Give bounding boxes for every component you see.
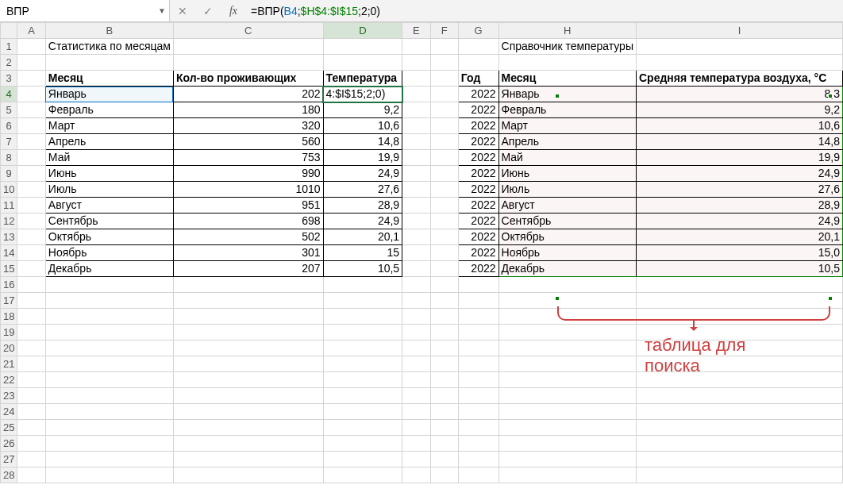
cell-B6[interactable]: Март <box>45 118 173 134</box>
cell-G8[interactable]: 2022 <box>458 150 498 166</box>
cell-A20[interactable] <box>17 340 46 356</box>
cell-D22[interactable] <box>323 372 402 388</box>
cell-D23[interactable] <box>323 388 402 404</box>
cell-B22[interactable] <box>45 372 173 388</box>
cell-D3[interactable]: Температура <box>323 71 402 87</box>
row-header-4[interactable]: 4 <box>1 87 17 102</box>
range-handle-tr[interactable] <box>828 94 833 98</box>
row-header-1[interactable]: 1 <box>1 39 17 55</box>
cell-B25[interactable] <box>45 420 173 436</box>
row-header-11[interactable]: 11 <box>1 198 17 214</box>
row-header-10[interactable]: 10 <box>1 182 17 198</box>
worksheet[interactable]: ABCDEFGHI 1Статистика по месяцамСправочн… <box>0 22 843 483</box>
row-header-3[interactable]: 3 <box>1 71 17 87</box>
cell-G2[interactable] <box>458 55 498 71</box>
cell-E26[interactable] <box>402 436 431 452</box>
cell-H21[interactable] <box>498 356 636 372</box>
cell-G20[interactable] <box>458 340 498 356</box>
cell-C24[interactable] <box>173 404 323 420</box>
cell-I21[interactable] <box>636 356 842 372</box>
cell-D11[interactable]: 28,9 <box>323 198 402 214</box>
cell-C6[interactable]: 320 <box>173 118 323 134</box>
cell-C27[interactable] <box>173 452 323 467</box>
row-header-28[interactable]: 28 <box>1 467 17 483</box>
cell-E25[interactable] <box>402 420 431 436</box>
cell-G13[interactable]: 2022 <box>458 229 498 245</box>
cell-B3[interactable]: Месяц <box>45 71 173 87</box>
cell-B15[interactable]: Декабрь <box>45 261 173 277</box>
cell-C7[interactable]: 560 <box>173 134 323 150</box>
cell-I2[interactable] <box>636 55 842 71</box>
col-header-G[interactable]: G <box>458 23 498 39</box>
cell-H23[interactable] <box>498 388 636 404</box>
cell-G24[interactable] <box>458 404 498 420</box>
cell-G22[interactable] <box>458 372 498 388</box>
cell-A21[interactable] <box>17 356 46 372</box>
cell-H5[interactable]: Февраль <box>498 102 636 118</box>
cell-D26[interactable] <box>323 436 402 452</box>
cell-A1[interactable] <box>17 39 46 55</box>
cell-I15[interactable]: 10,5 <box>636 261 842 277</box>
cell-A18[interactable] <box>17 309 46 325</box>
cell-I26[interactable] <box>636 436 842 452</box>
cell-H1[interactable]: Справочник температуры <box>498 39 636 55</box>
cell-D9[interactable]: 24,9 <box>323 166 402 182</box>
cell-B10[interactable]: Июль <box>45 182 173 198</box>
name-box[interactable] <box>0 0 155 21</box>
row-header-27[interactable]: 27 <box>1 452 17 467</box>
row-header-9[interactable]: 9 <box>1 166 17 182</box>
row-header-12[interactable]: 12 <box>1 214 17 229</box>
cell-D16[interactable] <box>323 277 402 293</box>
cell-C22[interactable] <box>173 372 323 388</box>
cell-H19[interactable] <box>498 325 636 340</box>
cell-H17[interactable] <box>498 293 636 309</box>
cell-H18[interactable] <box>498 309 636 325</box>
cell-E13[interactable] <box>402 229 431 245</box>
cell-A27[interactable] <box>17 452 46 467</box>
cell-E18[interactable] <box>402 309 431 325</box>
cell-B11[interactable]: Август <box>45 198 173 214</box>
cell-I12[interactable]: 24,9 <box>636 214 842 229</box>
cell-E14[interactable] <box>402 245 431 261</box>
cell-C13[interactable]: 502 <box>173 229 323 245</box>
cell-H11[interactable]: Август <box>498 198 636 214</box>
cell-D13[interactable]: 20,1 <box>323 229 402 245</box>
cell-C8[interactable]: 753 <box>173 150 323 166</box>
row-header-7[interactable]: 7 <box>1 134 17 150</box>
cell-A6[interactable] <box>17 118 46 134</box>
cell-H20[interactable] <box>498 340 636 356</box>
cell-G17[interactable] <box>458 293 498 309</box>
cell-B26[interactable] <box>45 436 173 452</box>
col-header-H[interactable]: H <box>498 23 636 39</box>
cell-I19[interactable] <box>636 325 842 340</box>
row-header-22[interactable]: 22 <box>1 372 17 388</box>
cell-I9[interactable]: 24,9 <box>636 166 842 182</box>
col-header-E[interactable]: E <box>402 23 431 39</box>
row-header-26[interactable]: 26 <box>1 436 17 452</box>
cell-C5[interactable]: 180 <box>173 102 323 118</box>
cell-B18[interactable] <box>45 309 173 325</box>
cell-G4[interactable]: 2022 <box>458 87 498 102</box>
cell-A15[interactable] <box>17 261 46 277</box>
cell-B13[interactable]: Октябрь <box>45 229 173 245</box>
cell-B23[interactable] <box>45 388 173 404</box>
cell-I17[interactable] <box>636 293 842 309</box>
cell-D15[interactable]: 10,5 <box>323 261 402 277</box>
cell-B14[interactable]: Ноябрь <box>45 245 173 261</box>
cell-D8[interactable]: 19,9 <box>323 150 402 166</box>
cell-C3[interactable]: Кол-во проживающих <box>173 71 323 87</box>
range-handle-bl[interactable] <box>555 296 560 301</box>
cell-F8[interactable] <box>430 150 458 166</box>
cell-H22[interactable] <box>498 372 636 388</box>
cell-H25[interactable] <box>498 420 636 436</box>
cell-I14[interactable]: 15,0 <box>636 245 842 261</box>
cell-B9[interactable]: Июнь <box>45 166 173 182</box>
cell-D6[interactable]: 10,6 <box>323 118 402 134</box>
cell-E22[interactable] <box>402 372 431 388</box>
row-header-24[interactable]: 24 <box>1 404 17 420</box>
cell-E15[interactable] <box>402 261 431 277</box>
name-box-dropdown-icon[interactable]: ▼ <box>155 6 169 15</box>
cell-F25[interactable] <box>430 420 458 436</box>
col-header-A[interactable]: A <box>17 23 46 39</box>
cell-A23[interactable] <box>17 388 46 404</box>
